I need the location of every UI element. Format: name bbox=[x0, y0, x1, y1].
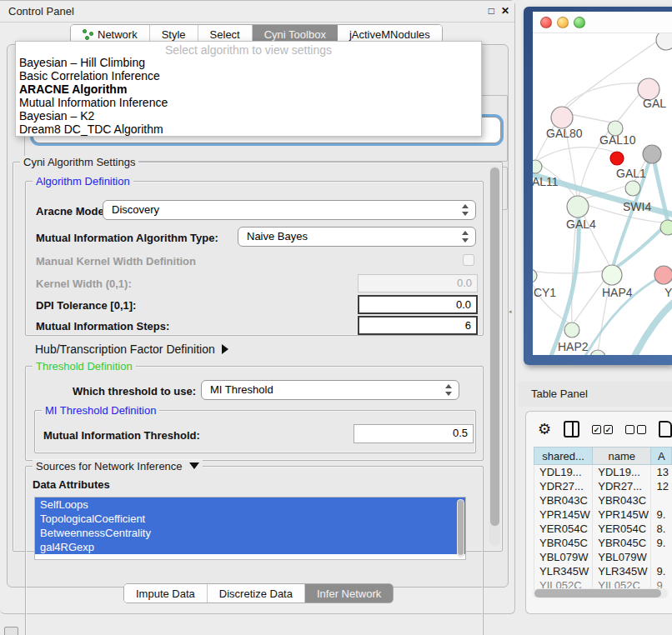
select-all-icon[interactable]: ✓ ✓ bbox=[592, 425, 613, 434]
menu-item[interactable]: Bayesian – Hill Climbing bbox=[16, 56, 481, 69]
dpi-tolerance-label: DPI Tolerance [0,1]: bbox=[36, 299, 136, 312]
sources-title-label: Sources for Network Inference bbox=[36, 460, 183, 472]
settings-vertical-scrollbar[interactable] bbox=[489, 166, 500, 546]
mi-type-combobox[interactable]: Naive Bayes bbox=[238, 227, 476, 247]
control-panel-titlebar: Control Panel □ ✕ bbox=[0, 1, 514, 22]
column-header[interactable]: shared... bbox=[534, 448, 593, 465]
stepper-icon bbox=[461, 204, 469, 216]
aracne-mode-combobox[interactable]: Discovery bbox=[103, 200, 476, 220]
columns-icon[interactable] bbox=[564, 421, 579, 438]
menu-item[interactable]: Bayesian – K2 bbox=[16, 109, 481, 122]
algorithm-definition-group: Algorithm Definition Aracne Mode: Discov… bbox=[25, 181, 484, 336]
unchecked-box-icon bbox=[625, 425, 634, 434]
menu-item[interactable]: Mutual Information Inference bbox=[16, 96, 481, 109]
threshold-definition-group: Threshold Definition Which threshold to … bbox=[25, 366, 484, 461]
list-item[interactable]: gal4RGexp bbox=[35, 540, 465, 554]
tab-network-label: Network bbox=[98, 28, 138, 41]
kernel-width-input[interactable]: 0.0 bbox=[358, 274, 478, 292]
column-header[interactable]: A bbox=[651, 448, 672, 465]
data-attributes-list[interactable]: SelfLoops TopologicalCoefficient Between… bbox=[34, 497, 466, 560]
table-panel-titlebar: Table Panel bbox=[519, 382, 672, 407]
mi-type-label: Mutual Information Algorithm Type: bbox=[36, 232, 218, 244]
close-window-icon[interactable]: ✕ bbox=[501, 5, 509, 17]
table-toolbar: ⚙ ✓ ✓ bbox=[526, 417, 672, 442]
which-threshold-value: MI Threshold bbox=[210, 383, 273, 396]
tab-discretize-data[interactable]: Discretize Data bbox=[208, 584, 305, 602]
split-pane-divider[interactable]: ◂ bbox=[509, 308, 513, 315]
minimize-traffic-light-icon[interactable] bbox=[557, 17, 569, 28]
unchecked-box-icon bbox=[637, 425, 646, 434]
expand-right-icon bbox=[222, 344, 228, 354]
tab-jactivemnodules-label: jActiveMNodules bbox=[349, 28, 430, 41]
menu-item[interactable]: Dream8 DC_TDC Algorithm bbox=[16, 122, 481, 136]
node-table[interactable]: shared... name A YDL19...YDL19...13 YDR2… bbox=[534, 447, 672, 592]
node-top-right bbox=[656, 33, 672, 50]
stepper-icon bbox=[461, 231, 469, 242]
table-panel-title: Table Panel bbox=[531, 388, 588, 400]
table-row[interactable]: YPR145WYPR145W9. bbox=[534, 508, 672, 522]
collapse-down-icon bbox=[189, 462, 199, 469]
table-row[interactable]: YBR043CYBR043C bbox=[534, 493, 672, 508]
node-swi4 bbox=[660, 220, 672, 235]
float-window-icon[interactable]: □ bbox=[489, 5, 494, 17]
network-canvas[interactable]: GAL GAL80 GAL10 GAL11 GAL1 SWI4 GAL4 GCY… bbox=[533, 33, 672, 355]
node-label-gal4: GAL4 bbox=[566, 218, 596, 231]
network-graph bbox=[533, 33, 672, 355]
list-scrollbar[interactable] bbox=[457, 499, 464, 558]
close-traffic-light-icon[interactable] bbox=[540, 17, 552, 28]
node-label-gcy1: GCY1 bbox=[533, 286, 556, 299]
node-hap4 bbox=[602, 265, 622, 285]
menu-item[interactable]: Basic Correlation Inference bbox=[16, 69, 481, 82]
checked-box-icon: ✓ bbox=[592, 425, 601, 434]
tab-impute-data[interactable]: Impute Data bbox=[124, 584, 208, 602]
list-item[interactable]: SelfLoops bbox=[35, 498, 465, 512]
data-attributes-label: Data Attributes bbox=[33, 478, 110, 491]
table-row[interactable]: YDL19...YDL19...13 bbox=[534, 465, 672, 479]
mi-steps-input[interactable]: 6 bbox=[358, 316, 478, 335]
gear-icon[interactable]: ⚙ bbox=[538, 421, 551, 438]
table-row[interactable]: YER054CYER054C8. bbox=[534, 522, 672, 536]
table-row[interactable]: YBR045CYBR045C9. bbox=[534, 536, 672, 550]
aracne-mode-value: Discovery bbox=[112, 203, 159, 216]
mi-threshold-input[interactable]: 0.5 bbox=[354, 424, 474, 443]
node-gal80 bbox=[551, 107, 573, 128]
cyni-algorithm-settings-title: Cyni Algorithm Settings bbox=[20, 156, 138, 168]
which-threshold-combobox[interactable]: MI Threshold bbox=[201, 380, 459, 400]
dpi-tolerance-input[interactable]: 0.0 bbox=[358, 295, 478, 314]
list-item[interactable]: TopologicalCoefficient bbox=[35, 512, 465, 526]
table-horizontal-scrollbar[interactable] bbox=[533, 588, 668, 598]
node-hap2 bbox=[564, 322, 579, 338]
hub-definition-toggle[interactable]: Hub/Transcription Factor Definition bbox=[35, 342, 228, 356]
node-label-hap2: HAP2 bbox=[558, 340, 589, 353]
node-label-gal10: GAL10 bbox=[599, 133, 636, 147]
kernel-width-label: Kernel Width (0,1): bbox=[36, 278, 132, 290]
sources-group: Sources for Network Inference Data Attri… bbox=[25, 466, 484, 635]
table-row[interactable]: YDR27...YDR27...12 bbox=[534, 479, 672, 493]
node-gray bbox=[643, 145, 661, 163]
deselect-all-icon[interactable] bbox=[625, 425, 646, 434]
bottom-tabs: Impute Data Discretize Data Infer Networ… bbox=[123, 583, 394, 603]
mi-threshold-definition-group: MI Threshold Definition Mutual Informati… bbox=[34, 410, 476, 453]
table-row[interactable]: YBL079WYBL079W bbox=[534, 550, 672, 564]
checked-box-icon: ✓ bbox=[604, 425, 613, 434]
table-row[interactable]: YLR345WYLR345W9. bbox=[534, 564, 672, 578]
node-label-gal11: GAL11 bbox=[533, 175, 559, 188]
column-header[interactable]: name bbox=[593, 448, 651, 465]
list-item[interactable]: BetweennessCentrality bbox=[35, 526, 465, 540]
tab-infer-network[interactable]: Infer Network bbox=[305, 584, 393, 602]
node-label-gal1: GAL1 bbox=[616, 167, 646, 180]
manual-kernel-checkbox[interactable] bbox=[463, 254, 474, 266]
network-view-titlebar bbox=[533, 12, 672, 33]
menu-item[interactable]: ARACNE Algorithm bbox=[16, 82, 481, 96]
manual-kernel-label: Manual Kernel Width Definition bbox=[36, 255, 196, 268]
table-panel: ⚙ ✓ ✓ shared... name A YDL19...YDL19 bbox=[525, 411, 672, 614]
node-bottom bbox=[590, 350, 605, 355]
node-gal4 bbox=[567, 196, 589, 218]
mi-steps-label: Mutual Information Steps: bbox=[36, 320, 169, 332]
bottom-left-widget-icon[interactable] bbox=[4, 627, 18, 635]
network-view-inner: GAL GAL80 GAL10 GAL11 GAL1 SWI4 GAL4 GCY… bbox=[533, 12, 672, 355]
sources-title[interactable]: Sources for Network Inference bbox=[33, 460, 203, 472]
function-builder-icon[interactable] bbox=[659, 421, 672, 438]
mi-type-value: Naive Bayes bbox=[247, 230, 308, 242]
zoom-traffic-light-icon[interactable] bbox=[574, 17, 585, 28]
